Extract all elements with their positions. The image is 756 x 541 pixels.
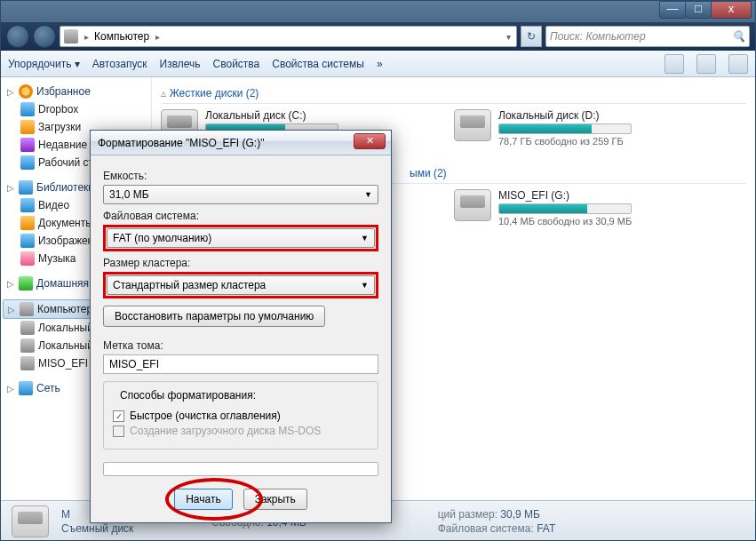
dropdown-icon: ▼ [361,234,369,243]
forward-button[interactable] [33,25,56,48]
capacity-select[interactable]: 31,0 МБ▼ [103,185,378,204]
format-dialog: Форматирование "MISO_EFI (G:)" ✕ Емкость… [90,130,392,523]
disk-icon [20,321,35,335]
libraries-label: Библиотеки [36,181,94,194]
chevron-icon: ▸ [153,32,162,42]
options-label: Способы форматирования: [116,389,259,402]
address-text: Компьютер [94,30,149,43]
toolbar: Упорядочить ▾ Автозапуск Извлечь Свойств… [1,51,755,77]
recent-icon [20,138,35,152]
sidebar-favorites[interactable]: ▷Избранное [1,83,151,100]
maximize-button[interactable]: □ [685,1,712,19]
dropdown-icon[interactable]: ▾ [504,32,513,42]
drive-name: Локальный диск (C:) [205,109,427,122]
volume-label-input[interactable]: MISO_EFI [103,354,378,374]
system-properties-button[interactable]: Свойства системы [272,58,364,70]
dropdown-icon: ▼ [361,281,369,290]
homegroup-icon [19,276,33,290]
format-options-group: Способы форматирования: ✓ Быстрое (очист… [103,381,378,450]
format-progress [103,462,378,476]
highlight-box: Стандартный размер кластера▼ [103,272,378,298]
dropbox-icon [20,102,35,116]
cluster-label: Размер кластера: [103,257,378,269]
dialog-title: Форматирование "MISO_EFI (G:)" [98,137,264,149]
section-hdd[interactable]: ▵ Жесткие диски (2) [161,83,746,104]
disk-icon [12,505,49,537]
organize-menu[interactable]: Упорядочить ▾ [8,58,80,70]
restore-defaults-button[interactable]: Восстановить параметры по умолчанию [103,306,325,327]
music-icon [20,251,35,266]
video-icon [20,198,35,212]
drive-g[interactable]: MISO_EFI (G:) 10,4 МБ свободно из 30,9 М… [454,189,720,227]
drive-name: MISO_EFI (G:) [498,189,720,202]
disk-icon [20,338,35,353]
view-icon[interactable] [664,54,684,74]
refresh-button[interactable]: ↻ [521,26,542,47]
status-fs-label: Файловая система: [438,522,534,535]
autoplay-button[interactable]: Автозапуск [92,58,147,70]
status-size-label: ций размер: [438,508,497,521]
cluster-select[interactable]: Стандартный размер кластера▼ [107,275,375,295]
disk-icon [454,109,491,141]
capacity-label: Емкость: [103,170,378,182]
computer-icon [64,29,78,44]
properties-button[interactable]: Свойства [213,58,260,70]
drive-freespace: 78,7 ГБ свободно из 259 ГБ [498,136,720,147]
status-type: Съемный диск [61,522,133,535]
dialog-titlebar[interactable]: Форматирование "MISO_EFI (G:)" ✕ [91,131,391,155]
computer-icon [20,302,34,316]
folder-icon [20,120,35,134]
window-titlebar: — □ x [1,1,755,22]
filesystem-label: Файловая система: [103,210,378,222]
preview-icon[interactable] [696,54,716,74]
sidebar-item-dropbox[interactable]: Dropbox [1,100,151,118]
dialog-close-button[interactable]: ✕ [354,133,386,149]
disk-icon [20,356,35,370]
start-button[interactable]: Начать [174,489,233,510]
library-icon [19,180,33,195]
nav-bar: ▸ Компьютер ▸ ▾ ↻ Поиск: Компьютер 🔍 [1,22,755,51]
desktop-icon [20,155,35,170]
chevron-icon: ▸ [82,32,91,42]
eject-button[interactable]: Извлечь [160,58,201,70]
msdos-boot-checkbox: Создание загрузочного диска MS-DOS [113,425,369,437]
highlight-box: FAT (по умолчанию)▼ [103,225,378,251]
search-input[interactable]: Поиск: Компьютер 🔍 [545,26,750,47]
disk-icon [454,189,491,221]
help-icon[interactable] [728,54,748,74]
status-size-value: 30,9 МБ [500,508,540,521]
drive-freespace: 10,4 МБ свободно из 30,9 МБ [498,216,720,227]
checkbox-icon [113,426,124,437]
volume-label-label: Метка тома: [103,339,378,352]
star-icon [19,84,33,99]
checkbox-icon: ✓ [113,410,124,422]
address-bar[interactable]: ▸ Компьютер ▸ ▾ [60,26,517,47]
minimize-button[interactable]: — [659,1,686,19]
computer-label: Компьютер [37,303,92,315]
picture-icon [20,234,35,248]
back-button[interactable] [6,25,29,48]
drive-name: Локальный диск (D:) [498,109,720,122]
more-button[interactable]: » [377,58,383,70]
drive-d[interactable]: Локальный диск (D:) 78,7 ГБ свободно из … [454,109,720,147]
quick-format-checkbox[interactable]: ✓ Быстрое (очистка оглавления) [113,410,369,422]
dropdown-icon: ▼ [364,190,372,199]
document-icon [20,216,35,230]
search-placeholder: Поиск: Компьютер [550,30,646,43]
status-fs-value: FAT [537,522,555,535]
favorites-label: Избранное [36,85,91,98]
filesystem-select[interactable]: FAT (по умолчанию)▼ [107,228,375,248]
window-close-button[interactable]: x [711,1,752,19]
network-icon [19,381,33,395]
network-label: Сеть [36,382,60,394]
search-icon: 🔍 [732,30,745,43]
close-button[interactable]: Закрыть [243,489,307,510]
